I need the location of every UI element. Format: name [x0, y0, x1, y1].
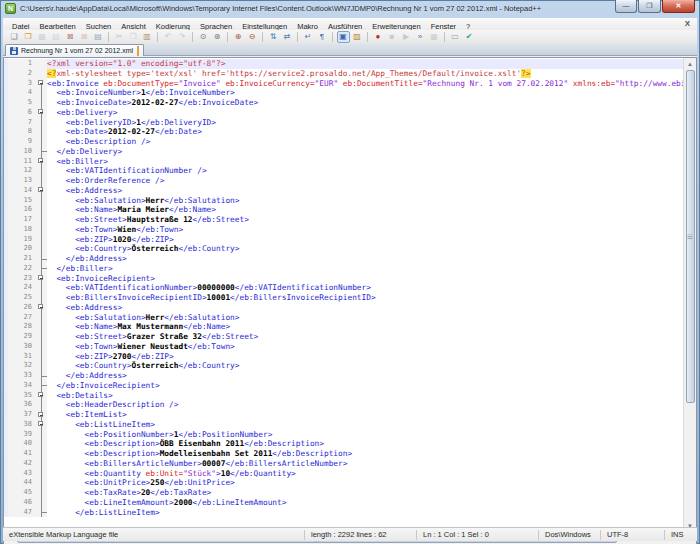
new-file-button[interactable]: ❏ [8, 31, 21, 43]
fold-collapse-icon[interactable] [38, 109, 43, 114]
redo-icon: ↷ [179, 33, 186, 41]
close-all-files-button[interactable]: ⊠ [78, 31, 91, 43]
code-text[interactable]: </eb:Address> [47, 371, 683, 381]
code-text[interactable]: </eb:Address> [47, 254, 683, 264]
code-text[interactable]: <eb:Biller> [47, 157, 683, 167]
vertical-scroll-thumb[interactable] [686, 70, 695, 403]
spell-check-button[interactable]: ✔ [463, 31, 476, 43]
code-text[interactable]: </eb:Biller> [47, 264, 683, 274]
code-text[interactable]: <eb:InvoiceNumber>1</eb:InvoiceNumber> [47, 88, 683, 98]
doc-monitor-icon: ▭ [451, 33, 459, 41]
code-text[interactable]: <eb:HeaderDescription /> [47, 400, 683, 410]
fold-collapse-icon[interactable] [38, 421, 43, 426]
code-text[interactable]: <eb:ListLineItem> [47, 420, 683, 430]
code-text[interactable]: <?xml version="1.0" encoding="utf-8"?> [47, 59, 683, 69]
code-text[interactable]: <eb:BillersInvoiceRecipientID>10001</eb:… [47, 293, 683, 303]
code-text[interactable]: <eb:Street>Hauptstraße 12</eb:Street> [47, 215, 683, 225]
code-text[interactable]: <eb:ZIP>1020</eb:ZIP> [47, 235, 683, 245]
code-text[interactable]: <eb:ZIP>2700</eb:ZIP> [47, 352, 683, 362]
code-line: 12 <eb:VATIdentificationNumber /> [4, 166, 683, 176]
code-text[interactable]: <eb:Address> [47, 303, 683, 313]
code-text[interactable]: <eb:Country>Österreich</eb:Country> [47, 244, 683, 254]
macro-run-multiple-button[interactable]: » [414, 31, 427, 43]
code-view[interactable]: 1<?xml version="1.0" encoding="utf-8"?>2… [4, 58, 683, 532]
macro-stop-button[interactable]: ■ [386, 31, 399, 43]
fold-collapse-icon[interactable] [38, 158, 43, 163]
code-text[interactable]: <eb:Description>Modelleisenbahn Set 2011… [47, 449, 683, 459]
zoom-in-button[interactable]: ⊕ [232, 31, 245, 43]
tab-rechnung-xml[interactable]: Rechnung Nr 1 vom 27 02 2012.xml [5, 44, 144, 56]
code-text[interactable]: <eb:VATIdentificationNumber /> [47, 166, 683, 176]
code-text[interactable]: <eb:Date>2012-02-27</eb:Date> [47, 127, 683, 137]
save-icon: ▦ [38, 33, 46, 41]
code-text[interactable]: <eb:Salutation>Herr</eb:Salutation> [47, 313, 683, 323]
line-number: 39 [8, 430, 36, 440]
code-text[interactable]: <eb:VATIdentificationNumber>00000000</eb… [47, 283, 683, 293]
show-indent-guide-button[interactable]: ▣ [337, 31, 350, 43]
fold-collapse-icon[interactable] [38, 187, 43, 192]
notepad-plus-plus-icon: N [5, 3, 16, 14]
code-text[interactable]: <?xml-stylesheet type='text/xsl' href='h… [47, 69, 683, 79]
fold-collapse-icon[interactable] [38, 80, 43, 85]
code-text[interactable]: <eb:Description>ÖBB Eisenbahn 2011</eb:D… [47, 439, 683, 449]
code-text[interactable]: </eb:ListLineItem> [47, 508, 683, 518]
code-text[interactable]: <eb:Name>Max Mustermann</eb:Name> [47, 322, 683, 332]
code-text[interactable]: <eb:Details> [47, 391, 683, 401]
code-text[interactable]: <eb:InvoiceRecipient> [47, 274, 683, 284]
fold-collapse-icon[interactable] [38, 275, 43, 280]
redo-button[interactable]: ↷ [176, 31, 189, 43]
code-text[interactable]: <eb:InvoiceDate>2012-02-27</eb:InvoiceDa… [47, 98, 683, 108]
minimize-button[interactable]: — [615, 0, 637, 13]
code-text[interactable]: <eb:PositionNumber>1</eb:PositionNumber> [47, 430, 683, 440]
code-text[interactable]: <eb:OrderReference /> [47, 176, 683, 186]
scroll-up-arrow-icon[interactable]: ▲ [684, 61, 696, 67]
code-text[interactable]: <eb:ItemList> [47, 410, 683, 420]
show-all-characters-button[interactable]: ¶ [316, 31, 329, 43]
code-text[interactable]: <eb:TaxRate>20</eb:TaxRate> [47, 488, 683, 498]
code-text[interactable]: <eb:DeliveryID>1</eb:DeliveryID> [47, 118, 683, 128]
sync-vertical-scroll-button[interactable]: ⇅ [267, 31, 280, 43]
code-text[interactable]: <eb:Address> [47, 186, 683, 196]
undo-button[interactable]: ↶ [162, 31, 175, 43]
code-text[interactable]: <eb:Description /> [47, 137, 683, 147]
save-all-button[interactable]: ▤ [50, 31, 63, 43]
save-button[interactable]: ▦ [36, 31, 49, 43]
code-text[interactable]: <eb:Salutation>Herr</eb:Salutation> [47, 196, 683, 206]
copy-button[interactable]: ❐ [127, 31, 140, 43]
sync-horizontal-scroll-button[interactable]: ⇄ [281, 31, 294, 43]
open-folder-button[interactable]: ❒ [22, 31, 35, 43]
code-text[interactable]: <eb:Quantity eb:Unit="Stück">10</eb:Quan… [47, 469, 683, 479]
maximize-button[interactable]: ❐ [638, 0, 661, 13]
vertical-scrollbar[interactable]: ▲ ▼ [683, 58, 696, 532]
close-document-icon[interactable]: X [682, 19, 693, 28]
code-text[interactable]: </eb:Delivery> [47, 147, 683, 157]
paste-button[interactable]: ▥ [141, 31, 154, 43]
close-file-button[interactable]: ⊠ [64, 31, 77, 43]
code-text[interactable]: <eb:LineItemAmount>2000</eb:LineItemAmou… [47, 498, 683, 508]
code-text[interactable]: <eb:Country>Österreich</eb:Country> [47, 361, 683, 371]
macro-record-button[interactable]: ● [372, 31, 385, 43]
code-text[interactable]: </eb:InvoiceRecipient> [47, 381, 683, 391]
macro-save-button[interactable]: ▦ [428, 31, 441, 43]
user-define-dialog-button[interactable]: ▨ [351, 31, 364, 43]
fold-collapse-icon[interactable] [38, 412, 43, 417]
fold-collapse-icon[interactable] [38, 392, 43, 397]
code-text[interactable]: <eb:Town>Wien</eb:Town> [47, 225, 683, 235]
cut-button[interactable]: ✂ [113, 31, 126, 43]
doc-monitor-button[interactable]: ▭ [449, 31, 462, 43]
word-wrap-button[interactable]: ↵ [302, 31, 315, 43]
code-text[interactable]: <eb:Invoice eb:DocumentType="Invoice" eb… [47, 79, 683, 89]
close-button[interactable]: ✕ [662, 0, 695, 13]
find-button[interactable]: ⊙ [197, 31, 210, 43]
fold-collapse-icon[interactable] [38, 304, 43, 309]
code-text[interactable]: <eb:Delivery> [47, 108, 683, 118]
code-text[interactable]: <eb:UnitPrice>250</eb:UnitPrice> [47, 478, 683, 488]
zoom-out-button[interactable]: ⊖ [246, 31, 259, 43]
code-text[interactable]: <eb:BillersArticleNumber>00007</eb:Bille… [47, 459, 683, 469]
print-button[interactable]: ▤ [92, 31, 105, 43]
code-text[interactable]: <eb:Town>Wiener Neustadt</eb:Town> [47, 342, 683, 352]
code-text[interactable]: <eb:Street>Grazer Straße 32</eb:Street> [47, 332, 683, 342]
macro-play-button[interactable]: ▶ [400, 31, 413, 43]
code-text[interactable]: <eb:Name>Maria Meier</eb:Name> [47, 205, 683, 215]
replace-button[interactable]: ⊛ [211, 31, 224, 43]
